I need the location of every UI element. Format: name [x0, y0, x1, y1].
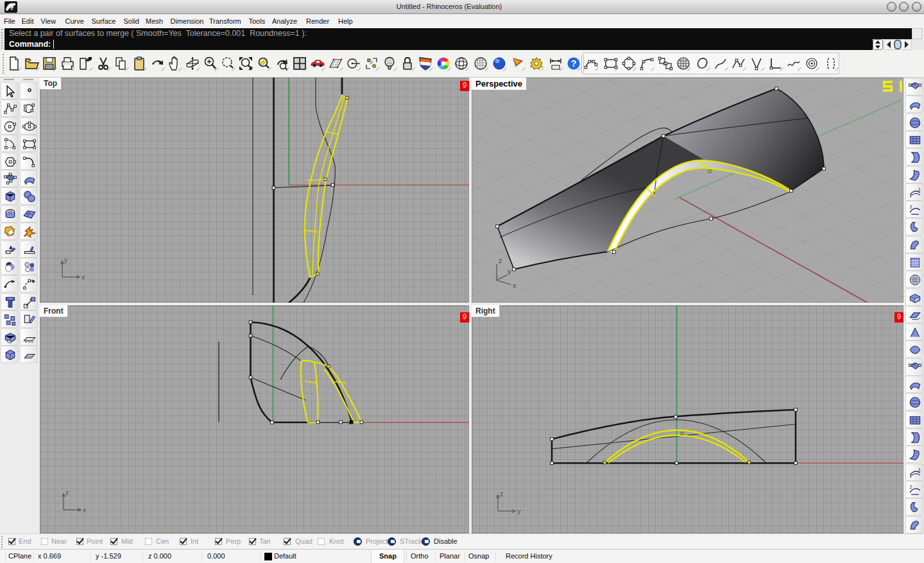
svg-text:2: 2 — [909, 204, 912, 210]
svg-text:x: x — [81, 273, 85, 281]
svg-text:x: x — [513, 282, 517, 289]
svg-text:1: 1 — [918, 467, 921, 473]
svg-text:?: ? — [571, 58, 577, 69]
svg-text:x: x — [83, 506, 87, 514]
svg-text:z: z — [499, 256, 502, 264]
svg-text:y: y — [64, 256, 68, 264]
svg-text:2: 2 — [909, 484, 912, 490]
svg-text:y: y — [508, 267, 511, 275]
svg-text:y: y — [517, 507, 521, 515]
svg-text:z: z — [500, 490, 503, 498]
svg-text:1: 1 — [918, 187, 921, 192]
svg-text:z: z — [65, 489, 69, 496]
